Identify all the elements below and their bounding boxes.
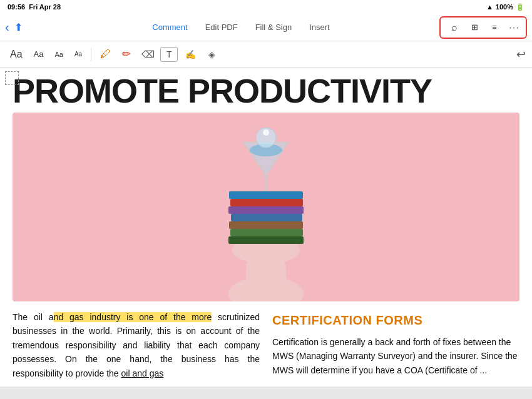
status-bar: 09:56 Fri Apr 28 ▲ 100% 🔋 — [0, 0, 532, 14]
left-text-start: The oil a — [13, 312, 54, 322]
right-column: CERTIFICATION FORMS Certification is gen… — [272, 310, 519, 380]
pdf-page: PROMOTE PRODUCTIVITY — [0, 68, 532, 386]
nav-right-icons: ⌕ ⊞ ≡ ··· — [439, 16, 527, 39]
search-button[interactable]: ⌕ — [446, 19, 463, 36]
tab-comment[interactable]: Comment — [143, 19, 196, 36]
text-size-medium-button[interactable]: Aa — [30, 48, 48, 61]
svg-rect-6 — [231, 214, 302, 221]
eraser-button[interactable]: ⌫ — [139, 47, 156, 62]
hero-illustration — [13, 113, 519, 301]
annotation-toolbar: Aa Aa Aa Aa 🖊 ✏ ⌫ T ✍ ◈ ↩ — [0, 41, 532, 68]
grid-button[interactable]: ⊞ — [466, 19, 483, 36]
svg-rect-4 — [230, 229, 303, 236]
signature-button[interactable]: ✍ — [182, 47, 199, 62]
certification-forms-heading: CERTIFICATION FORMS — [272, 310, 519, 330]
stamp-button[interactable]: ◈ — [203, 47, 220, 62]
time: 09:56 — [8, 3, 25, 11]
highlighted-text: nd gas industry is one of the more — [54, 312, 212, 322]
toolbar-divider-1 — [91, 48, 91, 61]
undo-button[interactable]: ↩ — [516, 48, 526, 61]
svg-rect-9 — [229, 191, 303, 199]
tab-insert[interactable]: Insert — [300, 19, 339, 36]
text-columns: The oil and gas industry is one of the m… — [0, 301, 532, 386]
text-size-large-button[interactable]: Aa — [6, 47, 26, 62]
text-size-xs-button[interactable]: Aa — [71, 49, 86, 59]
highlight-red-button[interactable]: ✏ — [118, 47, 135, 62]
status-left: 09:56 Fri Apr 28 — [8, 3, 61, 11]
more-button[interactable]: ··· — [506, 19, 523, 36]
reader-button[interactable]: ≡ — [486, 19, 503, 36]
nav-bar: ‹ ⬆ Comment Edit PDF Fill & Sign Insert … — [0, 14, 532, 41]
hero-image — [13, 113, 519, 301]
nav-left: ‹ ⬆ — [5, 20, 43, 34]
battery-text: 100% — [496, 3, 513, 11]
back-button[interactable]: ‹ — [5, 20, 9, 34]
page-heading: PROMOTE PRODUCTIVITY — [0, 68, 532, 113]
left-column: The oil and gas industry is one of the m… — [13, 310, 260, 380]
share-button[interactable]: ⬆ — [14, 21, 23, 33]
status-right: ▲ 100% 🔋 — [486, 3, 524, 11]
battery-icon: 🔋 — [516, 3, 524, 11]
highlight-orange-button[interactable]: 🖊 — [96, 47, 114, 62]
svg-point-15 — [263, 129, 269, 136]
content-area: PROMOTE PRODUCTIVITY — [0, 68, 532, 399]
tab-edit-pdf[interactable]: Edit PDF — [197, 19, 247, 36]
svg-rect-5 — [229, 221, 303, 229]
right-column-text: Certification is generally a back and fo… — [272, 337, 518, 375]
nav-tabs: Comment Edit PDF Fill & Sign Insert — [43, 19, 439, 36]
wifi-icon: ▲ — [486, 3, 493, 11]
svg-rect-3 — [228, 236, 304, 244]
text-size-small-button[interactable]: Aa — [51, 49, 66, 60]
svg-rect-7 — [228, 206, 304, 214]
hero-svg — [147, 113, 385, 301]
date: Fri Apr 28 — [29, 3, 61, 11]
svg-rect-8 — [230, 199, 303, 206]
textbox-button[interactable]: T — [160, 47, 178, 62]
tab-fill-sign[interactable]: Fill & Sign — [247, 19, 301, 36]
